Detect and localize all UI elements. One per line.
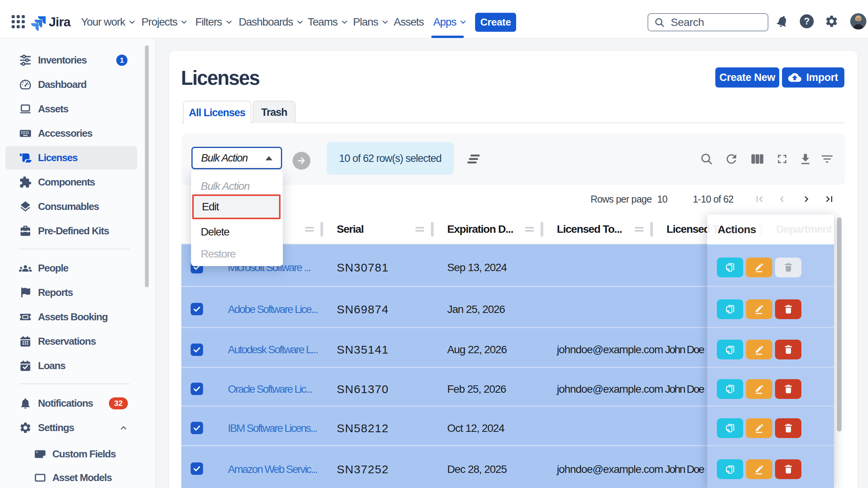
clone-button[interactable] <box>717 418 743 438</box>
sidebar-item-consumables[interactable]: Consumables <box>0 194 156 219</box>
user-avatar[interactable] <box>850 13 866 29</box>
sidebar-item-people[interactable]: People <box>0 256 156 280</box>
last-page-icon[interactable] <box>823 193 835 205</box>
import-button[interactable]: Import <box>782 67 844 88</box>
cell-licensed-to-email: johndoe@example.com <box>557 373 663 406</box>
sidebar-item-accessories[interactable]: Accessories <box>0 121 156 146</box>
nav-item-teams[interactable]: Teams <box>308 5 348 39</box>
sidebar-item-reports[interactable]: Reports <box>0 280 156 305</box>
column-resize-bar[interactable] <box>541 222 543 237</box>
bulk-action-select[interactable]: Bulk Action <box>191 147 282 169</box>
table-search-icon[interactable] <box>699 152 714 166</box>
column-header-serial[interactable]: Serial <box>337 215 363 244</box>
sidebar-item-settings[interactable]: Settings <box>0 416 156 440</box>
export-download-icon[interactable] <box>798 152 813 166</box>
sidebar-item-licenses[interactable]: Licenses <box>0 146 156 170</box>
nav-item-plans[interactable]: Plans <box>353 5 389 39</box>
sidebar-item-custom-fields[interactable]: Custom Fields <box>0 442 156 466</box>
clone-button[interactable] <box>717 258 743 277</box>
delete-button[interactable] <box>775 340 801 359</box>
fullscreen-icon[interactable] <box>775 152 789 166</box>
app-switcher-icon[interactable] <box>12 15 25 28</box>
license-name-link[interactable]: Oracle Software Lic... <box>228 373 312 406</box>
nav-item-your-work[interactable]: Your work <box>81 5 136 39</box>
filter-icon[interactable] <box>820 152 834 166</box>
clone-button[interactable] <box>717 340 743 359</box>
refresh-icon[interactable] <box>724 152 739 166</box>
sort-icon[interactable] <box>467 155 486 164</box>
sidebar-item-pre-defined-kits[interactable]: Pre-Defined Kits <box>0 219 156 243</box>
edit-button[interactable] <box>746 340 772 359</box>
tab-trash[interactable]: Trash <box>253 101 296 123</box>
license-name-link[interactable]: IBM Software Licens... <box>228 411 317 445</box>
sidebar-item-label: Reports <box>38 287 73 299</box>
nav-item-filters[interactable]: Filters <box>195 5 233 39</box>
column-header-licensed-to-email[interactable]: Licensed To... <box>557 215 622 244</box>
create-button[interactable]: Create <box>475 13 516 32</box>
column-drag-handle-icon[interactable] <box>635 227 644 232</box>
apply-bulk-action-button[interactable] <box>293 152 310 170</box>
edit-button[interactable] <box>746 418 772 438</box>
row-checkbox[interactable] <box>191 462 203 475</box>
sidebar-item-reservations[interactable]: Reservations <box>0 329 156 354</box>
columns-icon[interactable] <box>750 152 765 166</box>
column-resize-bar[interactable] <box>320 222 323 237</box>
nav-item-projects[interactable]: Projects <box>141 5 188 39</box>
first-page-icon[interactable] <box>754 193 765 205</box>
sidebar-scrollbar[interactable] <box>145 45 149 287</box>
nav-item-dashboards[interactable]: Dashboards <box>239 5 304 39</box>
search-input[interactable]: Search <box>648 13 768 31</box>
delete-button[interactable] <box>775 418 801 438</box>
sidebar-item-notifications[interactable]: Notifications 32 <box>0 391 156 416</box>
nav-item-apps[interactable]: Apps <box>433 5 467 39</box>
sidebar-item-loans[interactable]: Loans <box>0 354 156 378</box>
tab-all-licenses[interactable]: All Licenses <box>183 101 251 124</box>
edit-button[interactable] <box>746 299 772 319</box>
delete-button[interactable] <box>775 299 801 319</box>
rows-per-page-value[interactable]: 10 <box>657 194 667 205</box>
clone-button[interactable] <box>717 459 743 479</box>
previous-page-icon[interactable] <box>776 193 788 205</box>
clone-button[interactable] <box>717 299 743 319</box>
delete-button[interactable] <box>775 459 801 479</box>
license-name-link[interactable]: Autodesk Software L... <box>228 333 317 367</box>
edit-button[interactable] <box>746 459 772 479</box>
edit-button[interactable] <box>746 379 772 399</box>
row-checkbox[interactable] <box>191 383 203 395</box>
column-header-actions[interactable]: Actions <box>707 215 834 244</box>
cell-expiration: Sep 13, 2024 <box>447 249 506 286</box>
edit-button[interactable] <box>746 258 772 277</box>
column-header-expiration[interactable]: Expiration D... <box>447 215 513 244</box>
sidebar-item-dashboard[interactable]: Dashboard <box>0 72 156 97</box>
row-checkbox[interactable] <box>191 422 203 434</box>
jira-logo-icon[interactable] <box>31 16 46 31</box>
settings-gear-icon[interactable] <box>825 5 839 38</box>
delete-button[interactable] <box>775 379 801 399</box>
sidebar-item-assets[interactable]: Assets <box>0 97 156 121</box>
sidebar-item-asset-models[interactable]: Asset Models <box>0 466 156 488</box>
table-scrollbar[interactable] <box>837 217 842 431</box>
clone-button[interactable] <box>717 379 743 399</box>
row-checkbox[interactable] <box>191 303 203 315</box>
jira-logo-text[interactable]: Jira <box>49 5 71 39</box>
license-name-link[interactable]: Amazon Web Servic... <box>228 451 317 488</box>
sidebar-item-components[interactable]: Components <box>0 170 156 194</box>
column-drag-handle-icon[interactable] <box>415 227 424 232</box>
license-name-link[interactable]: Adobe Software Lice... <box>228 292 317 327</box>
sidebar-item-inventories[interactable]: Inventories 1 <box>0 48 156 72</box>
nav-item-assets[interactable]: Assets <box>394 5 424 39</box>
column-resize-bar[interactable] <box>650 222 653 237</box>
next-page-icon[interactable] <box>801 193 812 205</box>
menu-item-delete[interactable]: Delete <box>191 220 283 243</box>
help-icon[interactable]: ? <box>800 5 814 38</box>
create-new-button[interactable]: Create New <box>715 67 779 88</box>
menu-item-restore[interactable]: Restore <box>191 242 283 265</box>
menu-item-edit[interactable]: Edit <box>192 194 281 219</box>
sidebar-item-assets-booking[interactable]: Assets Booking <box>0 305 156 329</box>
notifications-bell-icon[interactable] <box>775 5 789 38</box>
delete-button[interactable] <box>775 258 801 277</box>
column-resize-bar[interactable] <box>431 222 434 237</box>
row-checkbox[interactable] <box>191 344 203 356</box>
column-drag-handle-icon[interactable] <box>525 227 534 232</box>
column-drag-handle-icon[interactable] <box>305 227 314 232</box>
